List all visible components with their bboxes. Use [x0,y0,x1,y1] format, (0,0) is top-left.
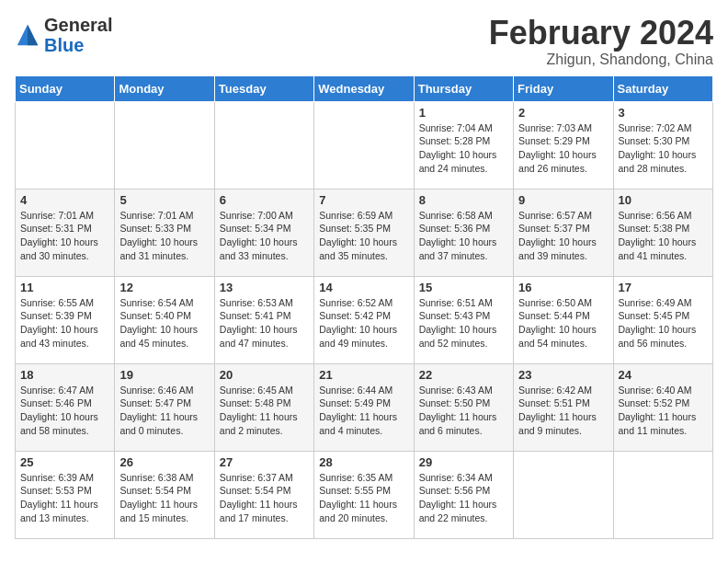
logo-icon [15,22,40,48]
day-info: Sunrise: 6:42 AM Sunset: 5:51 PM Dayligh… [518,384,608,438]
day-info: Sunrise: 6:44 AM Sunset: 5:49 PM Dayligh… [319,384,408,438]
calendar-cell: 3Sunrise: 7:02 AM Sunset: 5:30 PM Daylig… [613,101,712,189]
day-info: Sunrise: 6:34 AM Sunset: 5:56 PM Dayligh… [419,471,508,525]
day-info: Sunrise: 6:49 AM Sunset: 5:45 PM Dayligh… [619,296,708,350]
day-info: Sunrise: 7:00 AM Sunset: 5:34 PM Dayligh… [220,209,309,263]
calendar-cell: 12Sunrise: 6:54 AM Sunset: 5:40 PM Dayli… [115,276,214,363]
calendar-cell: 2Sunrise: 7:03 AM Sunset: 5:29 PM Daylig… [514,101,613,189]
day-info: Sunrise: 6:57 AM Sunset: 5:37 PM Dayligh… [518,209,608,263]
day-info: Sunrise: 6:46 AM Sunset: 5:47 PM Dayligh… [119,384,209,438]
day-number: 8 [419,193,508,207]
day-number: 13 [220,281,309,294]
day-number: 11 [20,281,109,294]
logo-text: General Blue [44,15,112,55]
calendar-cell: 22Sunrise: 6:43 AM Sunset: 5:50 PM Dayli… [414,363,513,451]
calendar-cell: 10Sunrise: 6:56 AM Sunset: 5:38 PM Dayli… [613,189,712,276]
day-number: 14 [319,281,408,294]
day-number: 21 [319,368,408,382]
day-number: 27 [220,455,309,469]
calendar-cell: 26Sunrise: 6:38 AM Sunset: 5:54 PM Dayli… [115,451,214,538]
day-info: Sunrise: 6:54 AM Sunset: 5:40 PM Dayligh… [119,296,209,350]
day-number: 24 [619,368,708,382]
calendar-cell: 16Sunrise: 6:50 AM Sunset: 5:44 PM Dayli… [514,276,613,363]
day-number: 19 [119,368,209,382]
day-info: Sunrise: 6:50 AM Sunset: 5:44 PM Dayligh… [518,296,608,350]
day-info: Sunrise: 6:38 AM Sunset: 5:54 PM Dayligh… [119,471,209,525]
day-number: 28 [319,455,408,469]
day-info: Sunrise: 6:40 AM Sunset: 5:52 PM Dayligh… [619,384,708,438]
day-number: 15 [419,281,508,294]
calendar-cell: 13Sunrise: 6:53 AM Sunset: 5:41 PM Dayli… [214,276,313,363]
calendar-cell: 5Sunrise: 7:01 AM Sunset: 5:33 PM Daylig… [115,189,214,276]
calendar-cell: 4Sunrise: 7:01 AM Sunset: 5:31 PM Daylig… [16,189,115,276]
location: Zhigun, Shandong, China [489,52,713,68]
day-number: 6 [220,193,309,207]
calendar-cell [115,101,214,189]
day-info: Sunrise: 7:03 AM Sunset: 5:29 PM Dayligh… [518,121,608,176]
calendar-cell: 21Sunrise: 6:44 AM Sunset: 5:49 PM Dayli… [314,363,414,451]
day-info: Sunrise: 6:45 AM Sunset: 5:48 PM Dayligh… [220,384,309,438]
calendar-cell: 18Sunrise: 6:47 AM Sunset: 5:46 PM Dayli… [16,363,115,451]
calendar-cell [214,101,313,189]
day-info: Sunrise: 6:52 AM Sunset: 5:42 PM Dayligh… [319,296,408,350]
day-info: Sunrise: 6:39 AM Sunset: 5:53 PM Dayligh… [20,471,109,525]
logo: General Blue [15,15,112,55]
day-info: Sunrise: 6:55 AM Sunset: 5:39 PM Dayligh… [20,296,109,350]
calendar-cell: 15Sunrise: 6:51 AM Sunset: 5:43 PM Dayli… [414,276,513,363]
calendar-cell: 14Sunrise: 6:52 AM Sunset: 5:42 PM Dayli… [314,276,414,363]
calendar-cell: 17Sunrise: 6:49 AM Sunset: 5:45 PM Dayli… [613,276,712,363]
day-number: 20 [220,368,309,382]
calendar-cell: 24Sunrise: 6:40 AM Sunset: 5:52 PM Dayli… [613,363,712,451]
calendar-cell: 23Sunrise: 6:42 AM Sunset: 5:51 PM Dayli… [514,363,613,451]
calendar-header-saturday: Saturday [613,75,712,101]
day-info: Sunrise: 6:47 AM Sunset: 5:46 PM Dayligh… [20,384,109,438]
day-info: Sunrise: 7:01 AM Sunset: 5:31 PM Dayligh… [20,209,109,263]
calendar-cell: 6Sunrise: 7:00 AM Sunset: 5:34 PM Daylig… [214,189,313,276]
day-number: 25 [20,455,109,469]
day-number: 17 [619,281,708,294]
day-number: 16 [518,281,608,294]
day-info: Sunrise: 6:35 AM Sunset: 5:55 PM Dayligh… [319,471,408,525]
day-number: 7 [319,193,408,207]
calendar-cell [613,451,712,538]
month-title: February 2024 [489,15,713,52]
calendar-cell [16,101,115,189]
calendar-table: SundayMondayTuesdayWednesdayThursdayFrid… [15,75,713,539]
day-info: Sunrise: 7:04 AM Sunset: 5:28 PM Dayligh… [419,121,508,176]
day-number: 5 [119,193,209,207]
day-number: 10 [619,193,708,207]
calendar-cell: 9Sunrise: 6:57 AM Sunset: 5:37 PM Daylig… [514,189,613,276]
day-number: 23 [518,368,608,382]
day-number: 2 [518,106,608,120]
calendar-header-thursday: Thursday [414,75,513,101]
day-number: 9 [518,193,608,207]
calendar-cell: 25Sunrise: 6:39 AM Sunset: 5:53 PM Dayli… [16,451,115,538]
calendar-cell: 19Sunrise: 6:46 AM Sunset: 5:47 PM Dayli… [115,363,214,451]
day-info: Sunrise: 6:53 AM Sunset: 5:41 PM Dayligh… [220,296,309,350]
calendar-header-friday: Friday [514,75,613,101]
day-info: Sunrise: 6:56 AM Sunset: 5:38 PM Dayligh… [619,209,708,263]
day-info: Sunrise: 6:58 AM Sunset: 5:36 PM Dayligh… [419,209,508,263]
day-info: Sunrise: 6:51 AM Sunset: 5:43 PM Dayligh… [419,296,508,350]
day-info: Sunrise: 7:02 AM Sunset: 5:30 PM Dayligh… [619,121,708,176]
calendar-cell: 1Sunrise: 7:04 AM Sunset: 5:28 PM Daylig… [414,101,513,189]
calendar-cell: 29Sunrise: 6:34 AM Sunset: 5:56 PM Dayli… [414,451,513,538]
calendar-header-wednesday: Wednesday [314,75,414,101]
calendar-header-sunday: Sunday [16,75,115,101]
day-info: Sunrise: 6:43 AM Sunset: 5:50 PM Dayligh… [419,384,508,438]
day-number: 3 [619,106,708,120]
page-header: General Blue February 2024 Zhigun, Shand… [15,15,713,68]
day-number: 18 [20,368,109,382]
day-number: 12 [119,281,209,294]
calendar-cell [514,451,613,538]
calendar-cell: 11Sunrise: 6:55 AM Sunset: 5:39 PM Dayli… [16,276,115,363]
calendar-cell [314,101,414,189]
day-number: 1 [419,106,508,120]
day-info: Sunrise: 6:59 AM Sunset: 5:35 PM Dayligh… [319,209,408,263]
calendar-cell: 8Sunrise: 6:58 AM Sunset: 5:36 PM Daylig… [414,189,513,276]
day-number: 26 [119,455,209,469]
day-info: Sunrise: 6:37 AM Sunset: 5:54 PM Dayligh… [220,471,309,525]
calendar-cell: 7Sunrise: 6:59 AM Sunset: 5:35 PM Daylig… [314,189,414,276]
day-number: 4 [20,193,109,207]
day-number: 29 [419,455,508,469]
